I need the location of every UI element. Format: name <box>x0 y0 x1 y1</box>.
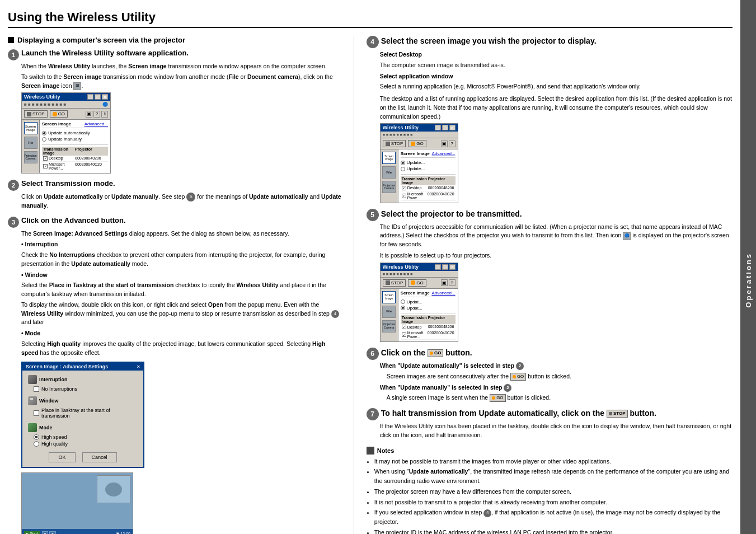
taskbar-item[interactable]: ■ <box>42 531 49 534</box>
step-4-number: 4 <box>367 36 379 48</box>
wu-go-button[interactable]: GO <box>50 110 68 118</box>
wu-stop-s5[interactable]: STOP <box>383 279 406 287</box>
step-1-title: Launch the Wireless Utility software app… <box>21 49 189 58</box>
taskbar-start[interactable]: ▶ Start <box>24 531 40 534</box>
taskbar-tray: ▣ 12:00 <box>116 532 130 534</box>
step-7-body: If the Wireless Utility icon has been pl… <box>380 422 732 440</box>
stop-button-inline: STOP <box>607 410 628 418</box>
step-5: 5 Select the projector to be transmitted… <box>367 209 732 342</box>
note-item-2: When using "Update automatically", the t… <box>374 467 732 486</box>
step-3-body1: The Screen Image: Advanced Settings dial… <box>21 229 341 238</box>
step-4-body-extra: The desktop and a list of running applic… <box>380 95 732 121</box>
wu-close-btn: × <box>102 94 108 100</box>
adv-cancel-button[interactable]: Cancel <box>82 452 117 462</box>
adv-group-window: Window Place in Tasktray at the start of… <box>28 396 138 419</box>
step-3-window1: Select the Place in Tasktray at the star… <box>21 281 341 299</box>
operations-tab-label: Operations <box>744 252 753 308</box>
step-4-sub2-label: Select application window <box>380 72 732 81</box>
wu-go-s4[interactable]: GO <box>408 140 426 147</box>
step-6-sub2-text: A single screen image is sent when the G… <box>387 394 732 402</box>
wu-maximize-btn: □ <box>95 94 101 100</box>
step-2-title: Select Transmission mode. <box>21 179 115 189</box>
step-7-title: To halt transmission from Update automat… <box>381 408 656 418</box>
operations-tab: Operations <box>740 0 756 534</box>
wu-sidebar-file[interactable]: File <box>24 137 37 149</box>
adv-tasktray-row: Place in Tasktray at the start of transm… <box>34 407 138 419</box>
step-2: 2 Select Transmission mode. Click on Upd… <box>8 179 341 210</box>
step-3-window2: To display the window, double click on t… <box>21 301 341 327</box>
note-item-1: It may not be possible to transmit the i… <box>374 457 732 466</box>
step-3: 3 Click on the Advanced button. The Scre… <box>8 216 341 534</box>
step-1-number: 1 <box>8 49 19 60</box>
note-item-6: The projector ID is the MAC address of t… <box>374 528 732 534</box>
wu-stop-s4[interactable]: STOP <box>383 140 406 147</box>
wu-title-s4: Wireless Utility <box>383 125 419 130</box>
wu-icon-2: ? <box>93 111 100 118</box>
wu-advanced-link[interactable]: Advanced... <box>84 121 108 127</box>
step-6-sub2: When "Update manually" is selected in st… <box>380 383 732 392</box>
notes-list: It may not be possible to transmit the i… <box>367 457 732 535</box>
adv-titlebar: Screen Image : Advanced Settings × <box>22 363 143 371</box>
step-3-mode: Selecting High quality improves the qual… <box>21 340 341 358</box>
wu-radio-manual[interactable] <box>42 137 46 142</box>
wu-window-step5: Wireless Utility _ □ × ■ ■ ■ ■ ■ ■ ■ ■ ■ <box>380 263 458 342</box>
step-7-number: 7 <box>367 408 379 420</box>
step-5-body: The IDs of projectors accessible for com… <box>380 223 732 249</box>
notes-title: Notes <box>377 447 395 454</box>
taskbar-mockup: ▶ Start ■ ■ ▣ 12:00 <box>21 472 133 534</box>
wu-icon-1: ▣ <box>86 111 92 118</box>
wu-main-panel: Screen Image Advanced... Update automati… <box>40 120 110 172</box>
wu-toolbar: STOP GO ▣ ? ℹ <box>22 109 110 120</box>
step-6-number: 6 <box>367 348 379 360</box>
step-6: 6 Click on the GO button. When "Update a… <box>367 348 732 402</box>
step-1: 1 Launch the Wireless Utility software a… <box>8 49 341 174</box>
wu-sidebar-s4: Screen Image File Projection Camera <box>381 149 398 202</box>
notes-section: Notes It may not be possible to transmit… <box>367 447 732 535</box>
adv-high-quality-row: High quality <box>34 441 138 447</box>
wu-title: Wireless Utility <box>24 94 60 100</box>
taskbar-item-2[interactable]: ■ <box>49 531 56 534</box>
wu-sidebar: Screen Image File Projection Camera <box>22 120 40 172</box>
step-4: 4 Select the screen image you wish the p… <box>367 36 732 203</box>
adv-tasktray-checkbox[interactable] <box>34 410 39 416</box>
bullet-icon <box>8 37 14 43</box>
wu-check-powerpoint[interactable] <box>43 164 48 168</box>
step-1-body1: When the Wireless Utility launches, the … <box>21 62 341 71</box>
wu-sidebar-projection[interactable]: Projection Camera <box>24 151 37 163</box>
adv-high-speed-radio[interactable] <box>34 434 39 440</box>
adv-window-icon <box>28 396 37 405</box>
adv-high-quality-radio[interactable] <box>34 441 39 447</box>
adv-no-interruptions-row: No Interruptions <box>34 386 138 392</box>
note-item-3: The projector screen may have a few diff… <box>374 487 732 496</box>
adv-mode-icon <box>28 423 37 432</box>
step-5-number: 5 <box>367 209 379 221</box>
adv-no-interruptions-checkbox[interactable] <box>34 386 39 392</box>
adv-close-btn[interactable]: × <box>137 364 140 369</box>
adv-ok-button[interactable]: OK <box>49 452 75 462</box>
step-3-title: Click on the Advanced button. <box>21 216 126 226</box>
step-4-title: Select the screen image you wish the pro… <box>381 36 597 46</box>
wu-sidebar-screen-image[interactable]: Screen Image <box>24 122 37 134</box>
wu-stop-button[interactable]: STOP <box>24 110 48 118</box>
step-2-body: Click on Update automatically or Update … <box>21 193 341 210</box>
step-7: 7 To halt transmission from Update autom… <box>367 408 732 440</box>
go-button-inline: GO <box>428 349 443 357</box>
step-6-title: Click on the GO button. <box>381 348 472 358</box>
step-4-sub1-text: The computer screen image is transmitted… <box>380 61 732 70</box>
step-3-number: 3 <box>8 217 19 228</box>
wu-icon-3: ℹ <box>101 111 108 118</box>
wu-radio-auto[interactable] <box>42 131 46 135</box>
step-6-sub1-text: Screen images are sent consecutively aft… <box>387 372 732 381</box>
adv-group-mode: Mode High speed High quality <box>28 423 138 447</box>
wu-minimize-btn: _ <box>87 94 93 100</box>
step-5-footer: It is possible to select up-to four proj… <box>380 251 732 260</box>
adv-interruption-icon <box>28 375 37 384</box>
wu-go-s5[interactable]: GO <box>408 279 426 287</box>
step-4-sub1-label: Select Desktop <box>380 50 732 59</box>
adv-settings-dialog: Screen Image : Advanced Settings × Inter… <box>21 362 144 468</box>
adv-high-speed-row: High speed <box>34 434 138 440</box>
step-6-sub1: When "Update automatically" is selected … <box>380 362 732 371</box>
notes-icon <box>367 447 374 455</box>
wu-check-desktop[interactable] <box>43 156 48 161</box>
wu-window-step1: Wireless Utility _ □ × ■ ■ ■ ■ ■ ■ ■ ■ ■… <box>21 92 111 173</box>
